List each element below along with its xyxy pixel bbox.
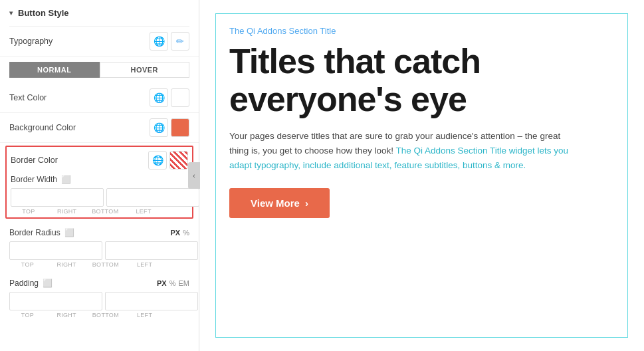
- border-radius-top-input[interactable]: [9, 241, 102, 260]
- border-width-right-label: RIGHT: [49, 208, 85, 215]
- border-radius-bottom-label: BOTTOM: [88, 261, 124, 268]
- border-radius-section: Border Radius ⬜ PX % 🔗 TOP RIGHT BOTTOM …: [0, 224, 199, 272]
- border-width-top-label: TOP: [11, 208, 47, 215]
- background-color-label: Background Color: [9, 123, 76, 132]
- typography-edit-button[interactable]: ✏: [171, 32, 189, 51]
- background-color-controls: 🌐: [150, 118, 189, 137]
- qi-label: The Qi Addons Section Title: [229, 26, 614, 36]
- border-radius-inputs: 🔗: [9, 241, 189, 260]
- monitor-icon: ⬜: [64, 228, 74, 237]
- border-color-controls: 🌐: [148, 151, 188, 170]
- padding-top-label: TOP: [9, 312, 46, 318]
- border-radius-top-label: TOP: [9, 261, 46, 268]
- globe-icon: 🌐: [154, 92, 165, 103]
- border-color-section: Border Color 🌐 Border Width ⬜ 🔗: [5, 146, 193, 219]
- padding-input-labels: TOP RIGHT BOTTOM LEFT: [9, 312, 189, 318]
- bg-color-globe-button[interactable]: 🌐: [150, 118, 168, 137]
- border-radius-label: Border Radius ⬜: [9, 228, 74, 237]
- border-color-swatch[interactable]: [169, 151, 188, 170]
- text-color-globe-button[interactable]: 🌐: [150, 88, 168, 107]
- border-color-label: Border Color: [11, 156, 58, 165]
- padding-top-input[interactable]: [9, 292, 102, 310]
- collapse-chevron-icon: ‹: [193, 172, 195, 179]
- border-color-row: Border Color 🌐: [11, 151, 188, 170]
- border-width-text: Border Width: [11, 175, 57, 184]
- padding-left-label: LEFT: [126, 312, 163, 318]
- background-color-row: Background Color 🌐: [0, 113, 199, 143]
- border-radius-unit-px[interactable]: PX: [171, 229, 181, 237]
- padding-right-input[interactable]: [105, 292, 198, 310]
- border-width-bottom-label: BOTTOM: [88, 208, 124, 215]
- padding-unit-em[interactable]: EM: [179, 279, 190, 287]
- pencil-icon: ✏: [176, 36, 184, 47]
- right-panel: The Qi Addons Section Title Titles that …: [199, 0, 644, 351]
- border-radius-right-input[interactable]: [105, 241, 198, 260]
- left-panel: ▾ Button Style Typography 🌐 ✏ NORMAL HOV…: [0, 0, 199, 351]
- tab-normal[interactable]: NORMAL: [9, 62, 100, 78]
- padding-bottom-label: BOTTOM: [88, 312, 124, 318]
- padding-units: PX % EM: [157, 279, 189, 287]
- border-radius-text: Border Radius: [9, 228, 60, 237]
- typography-controls: 🌐 ✏: [150, 32, 189, 51]
- globe-icon: 🌐: [152, 155, 163, 166]
- border-radius-left-label: LEFT: [126, 261, 163, 268]
- border-width-top-input[interactable]: [11, 188, 104, 207]
- padding-right-label: RIGHT: [49, 312, 85, 318]
- padding-unit-px[interactable]: PX: [157, 279, 167, 287]
- description: Your pages deserve titles that are sure …: [229, 129, 575, 172]
- border-width-right-input[interactable]: [106, 188, 199, 207]
- border-radius-input-labels: TOP RIGHT BOTTOM LEFT: [9, 261, 189, 268]
- text-color-controls: 🌐: [150, 88, 189, 107]
- padding-text: Padding: [9, 279, 39, 288]
- description-cyan-text: The Qi Addons Section Title widget lets …: [229, 146, 568, 170]
- arrow-icon: ›: [305, 197, 308, 209]
- border-width-label: Border Width ⬜: [11, 175, 188, 184]
- typography-label: Typography: [9, 37, 53, 46]
- padding-label: Padding ⬜: [9, 279, 53, 288]
- border-width-inputs: 🔗: [11, 188, 188, 207]
- globe-icon: 🌐: [154, 122, 165, 133]
- border-width-section: Border Width ⬜ 🔗 TOP RIGHT BOTTOM LEFT: [11, 170, 188, 215]
- tab-hover[interactable]: HOVER: [100, 62, 190, 78]
- border-radius-label-row: Border Radius ⬜ PX %: [9, 228, 189, 237]
- view-more-label: View More: [251, 197, 300, 209]
- chevron-down-icon: ▾: [9, 9, 13, 17]
- border-color-globe-button[interactable]: 🌐: [148, 151, 167, 170]
- border-radius-right-label: RIGHT: [49, 261, 85, 268]
- state-tabs: NORMAL HOVER: [0, 57, 199, 83]
- monitor-icon: ⬜: [61, 175, 71, 184]
- view-more-button[interactable]: View More ›: [229, 188, 330, 218]
- text-color-row: Text Color 🌐: [0, 83, 199, 113]
- section-title: Button Style: [18, 8, 69, 18]
- padding-label-row: Padding ⬜ PX % EM: [9, 279, 189, 288]
- typography-row: Typography 🌐 ✏: [0, 27, 199, 57]
- typography-globe-button[interactable]: 🌐: [150, 32, 168, 51]
- button-style-header[interactable]: ▾ Button Style: [0, 0, 199, 26]
- text-color-swatch[interactable]: [171, 88, 189, 107]
- monitor-icon: ⬜: [43, 279, 53, 288]
- background-color-swatch[interactable]: [171, 118, 189, 137]
- collapse-arrow-button[interactable]: ‹: [188, 162, 200, 189]
- padding-section: Padding ⬜ PX % EM 🔗 TOP RIGHT BOTTOM LEF…: [0, 275, 199, 322]
- preview-area: The Qi Addons Section Title Titles that …: [215, 13, 628, 338]
- border-width-input-labels: TOP RIGHT BOTTOM LEFT: [11, 208, 188, 215]
- border-radius-unit-percent[interactable]: %: [183, 229, 189, 237]
- main-title: Titles that catch everyone's eye: [229, 43, 614, 118]
- padding-inputs: 🔗: [9, 292, 189, 310]
- border-width-left-label: LEFT: [126, 208, 161, 215]
- border-radius-units: PX %: [171, 229, 189, 237]
- padding-unit-percent[interactable]: %: [169, 279, 176, 287]
- globe-icon: 🌐: [154, 36, 165, 47]
- text-color-label: Text Color: [9, 93, 47, 102]
